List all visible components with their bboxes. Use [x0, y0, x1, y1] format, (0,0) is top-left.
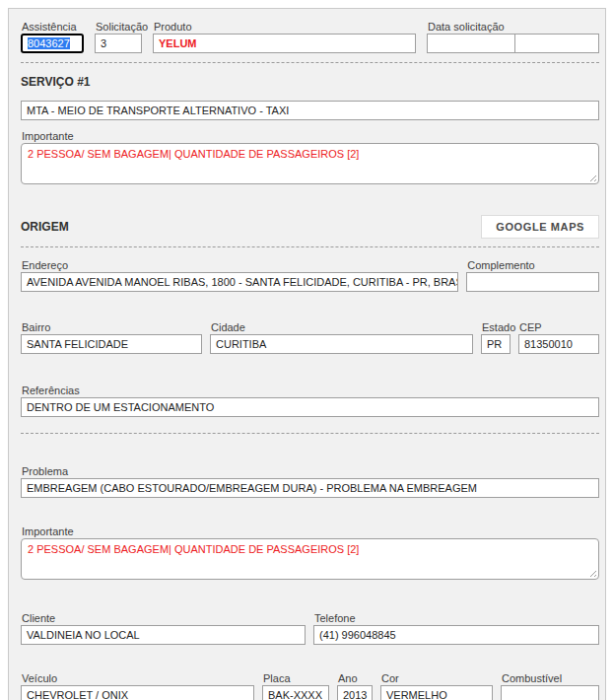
complemento-label: Complemento — [467, 259, 599, 271]
cidade-input[interactable]: CURITIBA — [210, 334, 473, 354]
problema-input[interactable]: EMBREAGEM (CABO ESTOURADO/EMBREAGEM DURA… — [21, 478, 599, 498]
bairro-field: Bairro SANTA FELICIDADE — [21, 321, 202, 354]
estado-label: Estado — [482, 321, 511, 333]
referencias-input[interactable]: DENTRO DE UM ESTACIONAMENTO — [21, 397, 599, 417]
cidade-label: Cidade — [211, 321, 473, 333]
referencias-label: Referências — [22, 385, 599, 396]
divider-2 — [21, 246, 599, 247]
assistencia-label: Assistência — [22, 21, 84, 33]
assistencia-field: Assistência 8043627 — [21, 21, 84, 53]
cliente-field: Cliente VALDINEIA NO LOCAL — [21, 612, 306, 645]
bairro-row: Bairro SANTA FELICIDADE Cidade CURITIBA … — [21, 321, 599, 354]
estado-input[interactable]: PR — [481, 334, 511, 354]
cor-input[interactable]: VERMELHO — [380, 685, 493, 700]
produto-input[interactable]: YELUM — [153, 34, 416, 53]
header-row: Assistência 8043627 Solicitação 3 Produt… — [21, 21, 599, 53]
ano-field: Ano 2013 — [337, 672, 373, 700]
placa-input[interactable]: BAK-XXXX — [262, 685, 329, 700]
cliente-label: Cliente — [22, 612, 306, 624]
complemento-input[interactable] — [466, 272, 599, 292]
importante-2-label: Importante — [22, 525, 599, 537]
solicitacao-label: Solicitação — [96, 21, 142, 33]
origem-title: ORIGEM — [21, 220, 69, 234]
google-maps-button[interactable]: GOOGLE MAPS — [481, 215, 599, 239]
complemento-field: Complemento — [466, 259, 599, 292]
importante-2-value: 2 PESSOA/ SEM BAGAGEM| QUANTIDADE DE PAS… — [28, 543, 359, 555]
assistencia-value: 8043627 — [28, 37, 70, 49]
placa-field: Placa BAK-XXXX — [262, 672, 329, 700]
combustivel-field: Combustível — [501, 672, 599, 700]
veiculo-label: Veículo — [22, 672, 254, 684]
divider-3 — [21, 433, 599, 434]
servico-title: SERVIÇO #1 — [21, 75, 599, 89]
problema-label: Problema — [22, 465, 599, 477]
importante-1-label: Importante — [22, 130, 599, 142]
data-solicitacao-input-2[interactable] — [514, 34, 599, 53]
veiculo-row: Veículo CHEVROLET / ONIX Placa BAK-XXXX … — [21, 672, 599, 700]
data-solicitacao-input-1[interactable] — [427, 34, 515, 53]
importante-1-value: 2 PESSOA/ SEM BAGAGEM| QUANTIDADE DE PAS… — [28, 148, 359, 160]
data-solicitacao-label: Data solicitação — [428, 21, 599, 33]
divider-1 — [21, 62, 599, 63]
data-solicitacao-field: Data solicitação — [427, 21, 599, 53]
service-form-panel: Assistência 8043627 Solicitação 3 Produt… — [8, 8, 606, 700]
combustivel-label: Combustível — [502, 672, 599, 684]
solicitacao-field: Solicitação 3 — [95, 21, 142, 53]
telefone-input[interactable]: (41) 996048845 — [313, 625, 599, 645]
telefone-field: Telefone (41) 996048845 — [313, 612, 599, 645]
produto-field: Produto YELUM — [153, 21, 416, 53]
cep-field: CEP 81350010 — [518, 321, 599, 354]
placa-label: Placa — [263, 672, 329, 684]
data-solicitacao-group — [427, 34, 599, 53]
solicitacao-input[interactable]: 3 — [95, 34, 142, 53]
cor-field: Cor VERMELHO — [380, 672, 493, 700]
origem-header-row: ORIGEM GOOGLE MAPS — [21, 215, 599, 239]
cidade-field: Cidade CURITIBA — [210, 321, 473, 354]
cor-label: Cor — [381, 672, 493, 684]
endereco-input[interactable]: AVENIDA AVENIDA MANOEL RIBAS, 1800 - SAN… — [21, 272, 458, 292]
combustivel-input[interactable] — [501, 685, 599, 700]
endereco-row: Endereço AVENIDA AVENIDA MANOEL RIBAS, 1… — [21, 259, 599, 292]
veiculo-input[interactable]: CHEVROLET / ONIX — [21, 685, 254, 700]
bairro-input[interactable]: SANTA FELICIDADE — [21, 334, 202, 354]
veiculo-field: Veículo CHEVROLET / ONIX — [21, 672, 254, 700]
cliente-input[interactable]: VALDINEIA NO LOCAL — [21, 625, 306, 645]
importante-2-textarea[interactable]: 2 PESSOA/ SEM BAGAGEM| QUANTIDADE DE PAS… — [21, 538, 599, 580]
estado-field: Estado PR — [481, 321, 511, 354]
resize-grip-icon[interactable] — [587, 173, 596, 181]
produto-label: Produto — [154, 21, 416, 33]
importante-1-textarea[interactable]: 2 PESSOA/ SEM BAGAGEM| QUANTIDADE DE PAS… — [21, 143, 599, 184]
resize-grip-icon[interactable] — [587, 568, 596, 577]
cliente-row: Cliente VALDINEIA NO LOCAL Telefone (41)… — [21, 612, 599, 645]
servico-input[interactable]: MTA - MEIO DE TRANSPORTE ALTERNATIVO - T… — [21, 101, 599, 120]
cep-input[interactable]: 81350010 — [518, 334, 599, 354]
cep-label: CEP — [519, 321, 599, 333]
ano-label: Ano — [338, 672, 373, 684]
endereco-field: Endereço AVENIDA AVENIDA MANOEL RIBAS, 1… — [21, 259, 458, 292]
endereco-label: Endereço — [22, 259, 458, 271]
telefone-label: Telefone — [314, 612, 599, 624]
ano-input[interactable]: 2013 — [337, 685, 373, 700]
assistencia-input[interactable]: 8043627 — [21, 34, 84, 53]
bairro-label: Bairro — [22, 321, 202, 333]
